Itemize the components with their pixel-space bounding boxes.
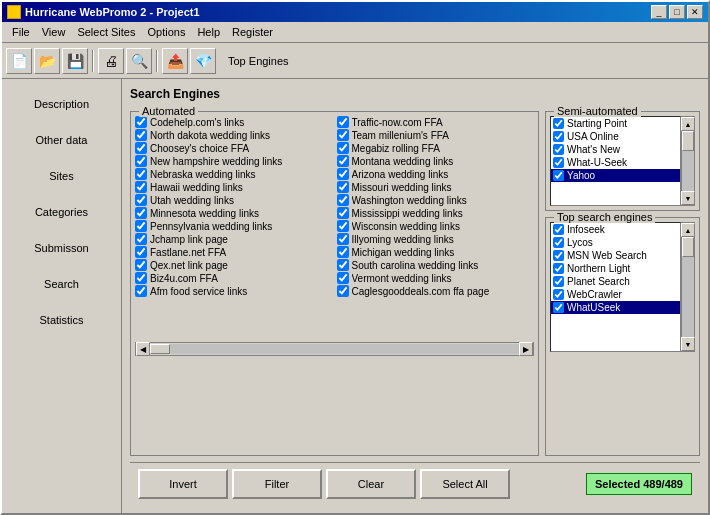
sidebar-item-submisson[interactable]: Submisson bbox=[2, 231, 121, 265]
semi-list-item[interactable]: What's New bbox=[551, 143, 680, 156]
sidebar-item-categories[interactable]: Categories bbox=[2, 195, 121, 229]
automated-col1: Codehelp.com's linksNorth dakota wedding… bbox=[135, 116, 333, 340]
scroll-thumb[interactable] bbox=[150, 344, 170, 354]
save-button[interactable]: 💾 bbox=[62, 48, 88, 74]
menu-register[interactable]: Register bbox=[226, 24, 279, 40]
automated-item[interactable]: Qex.net link page bbox=[135, 259, 333, 271]
semi-scrollbar-v[interactable]: ▲ ▼ bbox=[681, 116, 695, 206]
automated-item[interactable]: Utah wedding links bbox=[135, 194, 333, 206]
top-list-item[interactable]: Infoseek bbox=[551, 223, 680, 236]
minimize-button[interactable]: _ bbox=[651, 5, 667, 19]
automated-item[interactable]: North dakota wedding links bbox=[135, 129, 333, 141]
menu-bar: File View Select Sites Options Help Regi… bbox=[2, 22, 708, 43]
automated-item[interactable]: Illyoming wedding links bbox=[337, 233, 535, 245]
automated-item[interactable]: Wisconsin wedding links bbox=[337, 220, 535, 232]
invert-button[interactable]: Invert bbox=[138, 469, 228, 499]
app-icon bbox=[7, 5, 21, 19]
content-area: Search Engines Automated Codehelp.com's … bbox=[122, 79, 708, 513]
new-button[interactable]: 📄 bbox=[6, 48, 32, 74]
automated-item[interactable]: New hampshire wedding links bbox=[135, 155, 333, 167]
automated-item[interactable]: Michigan wedding links bbox=[337, 246, 535, 258]
close-button[interactable]: ✕ bbox=[687, 5, 703, 19]
automated-item[interactable]: Biz4u.com FFA bbox=[135, 272, 333, 284]
top-list-item[interactable]: WebCrawler bbox=[551, 288, 680, 301]
top-list-item[interactable]: Northern Light bbox=[551, 262, 680, 275]
semi-list-item[interactable]: USA Online bbox=[551, 130, 680, 143]
search-button[interactable]: 🔍 bbox=[126, 48, 152, 74]
automated-item[interactable]: Megabiz rolling FFA bbox=[337, 142, 535, 154]
toolbar-sep1 bbox=[92, 50, 94, 72]
menu-options[interactable]: Options bbox=[141, 24, 191, 40]
automated-item[interactable]: Fastlane.net FFA bbox=[135, 246, 333, 258]
automated-item[interactable]: Caglesgooddeals.com ffa page bbox=[337, 285, 535, 297]
semi-list-item[interactable]: Yahoo bbox=[551, 169, 680, 182]
export-button[interactable]: 📤 bbox=[162, 48, 188, 74]
clear-button[interactable]: Clear bbox=[326, 469, 416, 499]
automated-item[interactable]: Arizona wedding links bbox=[337, 168, 535, 180]
sidebar-item-description[interactable]: Description bbox=[2, 87, 121, 121]
open-button[interactable]: 📂 bbox=[34, 48, 60, 74]
top-scroll-up[interactable]: ▲ bbox=[681, 223, 695, 237]
filter-button[interactable]: Filter bbox=[232, 469, 322, 499]
top-list-item[interactable]: MSN Web Search bbox=[551, 249, 680, 262]
title-bar: Hurricane WebPromo 2 - Project1 _ □ ✕ bbox=[2, 2, 708, 22]
automated-scrollbar-h[interactable]: ◀ ▶ bbox=[135, 342, 534, 356]
toolbar: 📄 📂 💾 🖨 🔍 📤 💎 Top Engines bbox=[2, 43, 708, 79]
automated-item[interactable]: Nebraska wedding links bbox=[135, 168, 333, 180]
maximize-button[interactable]: □ bbox=[669, 5, 685, 19]
automated-item[interactable]: Traffic-now.com FFA bbox=[337, 116, 535, 128]
automated-item[interactable]: Afm food service links bbox=[135, 285, 333, 297]
top-scroll-track[interactable] bbox=[682, 237, 694, 337]
automated-item[interactable]: South carolina wedding links bbox=[337, 259, 535, 271]
window-controls: _ □ ✕ bbox=[651, 5, 703, 19]
automated-item[interactable]: Team millenium's FFA bbox=[337, 129, 535, 141]
menu-help[interactable]: Help bbox=[191, 24, 226, 40]
automated-item[interactable]: Mississippi wedding links bbox=[337, 207, 535, 219]
semi-automated-group: Semi-automated Starting PointUSA OnlineW… bbox=[545, 111, 700, 211]
automated-item[interactable]: Jchamp link page bbox=[135, 233, 333, 245]
semi-scroll-track[interactable] bbox=[682, 131, 694, 191]
semi-scroll-thumb[interactable] bbox=[682, 131, 694, 151]
select-all-button[interactable]: Select All bbox=[420, 469, 510, 499]
main-content: Description Other data Sites Categories … bbox=[2, 79, 708, 513]
print-button[interactable]: 🖨 bbox=[98, 48, 124, 74]
automated-item[interactable]: Vermont wedding links bbox=[337, 272, 535, 284]
top-list-item[interactable]: Lycos bbox=[551, 236, 680, 249]
automated-label: Automated bbox=[139, 105, 198, 117]
scroll-left-arrow[interactable]: ◀ bbox=[136, 342, 150, 356]
top-scrollbar-v[interactable]: ▲ ▼ bbox=[681, 222, 695, 352]
search-engines-panel: Automated Codehelp.com's linksNorth dako… bbox=[130, 111, 700, 456]
semi-list-item[interactable]: What-U-Seek bbox=[551, 156, 680, 169]
top-list-item[interactable]: WhatUSeek bbox=[551, 301, 680, 314]
automated-item[interactable]: Codehelp.com's links bbox=[135, 116, 333, 128]
gem-button[interactable]: 💎 bbox=[190, 48, 216, 74]
semi-list-item[interactable]: Starting Point bbox=[551, 117, 680, 130]
automated-item[interactable]: Hawaii wedding links bbox=[135, 181, 333, 193]
automated-item[interactable]: Missouri wedding links bbox=[337, 181, 535, 193]
menu-file[interactable]: File bbox=[6, 24, 36, 40]
automated-item[interactable]: Pennsylvania wedding links bbox=[135, 220, 333, 232]
sidebar-item-search[interactable]: Search bbox=[2, 267, 121, 301]
semi-scroll-up[interactable]: ▲ bbox=[681, 117, 695, 131]
scroll-track[interactable] bbox=[150, 344, 519, 354]
semi-scroll-down[interactable]: ▼ bbox=[681, 191, 695, 205]
automated-item[interactable]: Choosey's choice FFA bbox=[135, 142, 333, 154]
sidebar-item-statistics[interactable]: Statistics bbox=[2, 303, 121, 337]
toolbar-label: Top Engines bbox=[228, 55, 289, 67]
automated-list-inner: Codehelp.com's linksNorth dakota wedding… bbox=[135, 116, 534, 340]
sidebar-item-sites[interactable]: Sites bbox=[2, 159, 121, 193]
sidebar: Description Other data Sites Categories … bbox=[2, 79, 122, 513]
top-scroll-thumb[interactable] bbox=[682, 237, 694, 257]
semi-list-with-scroll: Starting PointUSA OnlineWhat's NewWhat-U… bbox=[550, 116, 695, 206]
top-scroll-down[interactable]: ▼ bbox=[681, 337, 695, 351]
automated-group: Automated Codehelp.com's linksNorth dako… bbox=[130, 111, 539, 456]
menu-view[interactable]: View bbox=[36, 24, 72, 40]
scroll-right-arrow[interactable]: ▶ bbox=[519, 342, 533, 356]
menu-select-sites[interactable]: Select Sites bbox=[71, 24, 141, 40]
automated-item[interactable]: Montana wedding links bbox=[337, 155, 535, 167]
automated-item[interactable]: Minnesota wedding links bbox=[135, 207, 333, 219]
sidebar-item-other-data[interactable]: Other data bbox=[2, 123, 121, 157]
automated-item[interactable]: Washington wedding links bbox=[337, 194, 535, 206]
top-list-item[interactable]: Planet Search bbox=[551, 275, 680, 288]
search-engines-title: Search Engines bbox=[130, 87, 700, 101]
